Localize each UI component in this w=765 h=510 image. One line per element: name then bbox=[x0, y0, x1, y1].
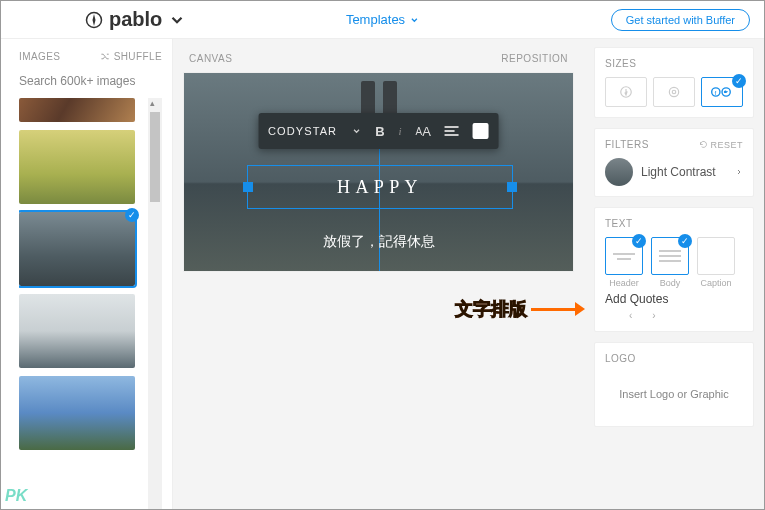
align-button[interactable] bbox=[445, 126, 459, 136]
circle-icon bbox=[667, 85, 681, 99]
resize-handle-right[interactable] bbox=[507, 182, 517, 192]
color-swatch[interactable] bbox=[473, 123, 489, 139]
pinterest-icon bbox=[619, 85, 633, 99]
logo-text: pablo bbox=[109, 8, 162, 31]
get-started-button[interactable]: Get started with Buffer bbox=[611, 9, 750, 31]
annotation-overlay: 文字排版 bbox=[455, 297, 585, 321]
size-pinterest-button[interactable] bbox=[605, 77, 647, 107]
sizes-panel-title: SIZES bbox=[605, 58, 743, 69]
svg-point-4 bbox=[672, 90, 676, 94]
bold-button[interactable]: B bbox=[375, 124, 384, 139]
watermark: PK bbox=[5, 487, 27, 505]
add-quotes-link[interactable]: Add Quotes bbox=[605, 292, 743, 306]
check-icon bbox=[732, 74, 746, 88]
images-panel-title: IMAGES bbox=[19, 51, 60, 62]
chevron-down-icon bbox=[168, 11, 186, 29]
search-input[interactable] bbox=[19, 70, 169, 92]
filter-preview bbox=[605, 158, 633, 186]
canvas[interactable]: CODYSTAR B i AA HAPPY 放假了，記得休息 bbox=[183, 72, 574, 272]
check-icon bbox=[632, 234, 646, 248]
size-instagram-button[interactable] bbox=[653, 77, 695, 107]
text-header-option[interactable]: Header bbox=[605, 237, 643, 288]
filter-selector[interactable]: Light Contrast bbox=[605, 158, 743, 186]
chevron-right-icon bbox=[735, 168, 743, 176]
arrow-icon bbox=[531, 302, 585, 316]
font-size-button[interactable]: AA bbox=[416, 124, 431, 139]
annotation-text: 文字排版 bbox=[455, 297, 527, 321]
compass-icon bbox=[85, 11, 103, 29]
shuffle-button[interactable]: SHUFFLE bbox=[100, 51, 162, 62]
logo-panel-title: LOGO bbox=[605, 353, 743, 364]
filter-name: Light Contrast bbox=[641, 165, 727, 179]
scrollbar[interactable] bbox=[148, 98, 162, 509]
headline-text[interactable]: HAPPY bbox=[337, 177, 423, 198]
text-selection[interactable]: HAPPY bbox=[247, 165, 513, 209]
text-panel-title: TEXT bbox=[605, 218, 743, 229]
font-name-dropdown[interactable]: CODYSTAR bbox=[268, 125, 337, 137]
text-toolbar: CODYSTAR B i AA bbox=[258, 113, 499, 149]
shuffle-icon bbox=[100, 51, 111, 62]
size-social-button[interactable]: f bbox=[701, 77, 743, 107]
image-thumb[interactable] bbox=[19, 376, 135, 450]
quotes-prev-button[interactable]: ‹ bbox=[629, 310, 632, 321]
filters-panel-title: FILTERS bbox=[605, 139, 649, 150]
templates-dropdown[interactable]: Templates bbox=[346, 12, 419, 27]
refresh-icon bbox=[699, 140, 708, 149]
text-caption-option[interactable]: Caption bbox=[697, 237, 735, 288]
image-thumb[interactable] bbox=[19, 98, 135, 122]
check-icon bbox=[125, 208, 139, 222]
reposition-label: REPOSITION bbox=[501, 53, 568, 64]
image-thumb[interactable] bbox=[19, 212, 135, 286]
facebook-twitter-icon: f bbox=[711, 85, 733, 99]
reset-filters-button[interactable]: RESET bbox=[699, 140, 743, 150]
body-text[interactable]: 放假了，記得休息 bbox=[323, 233, 435, 251]
insert-logo-button[interactable]: Insert Logo or Graphic bbox=[605, 372, 743, 416]
align-icon bbox=[445, 126, 459, 136]
chevron-down-icon bbox=[409, 15, 419, 25]
chevron-down-icon bbox=[351, 126, 361, 136]
svg-text:f: f bbox=[714, 89, 716, 96]
image-thumb[interactable] bbox=[19, 130, 135, 204]
font-dropdown-chevron[interactable] bbox=[351, 126, 361, 136]
check-icon bbox=[678, 234, 692, 248]
svg-point-3 bbox=[669, 87, 678, 96]
text-body-option[interactable]: Body bbox=[651, 237, 689, 288]
quotes-next-button[interactable]: › bbox=[652, 310, 655, 321]
italic-button[interactable]: i bbox=[399, 125, 402, 137]
canvas-label: CANVAS bbox=[189, 53, 232, 64]
resize-handle-left[interactable] bbox=[243, 182, 253, 192]
image-thumb[interactable] bbox=[19, 294, 135, 368]
app-logo[interactable]: pablo bbox=[85, 8, 186, 31]
